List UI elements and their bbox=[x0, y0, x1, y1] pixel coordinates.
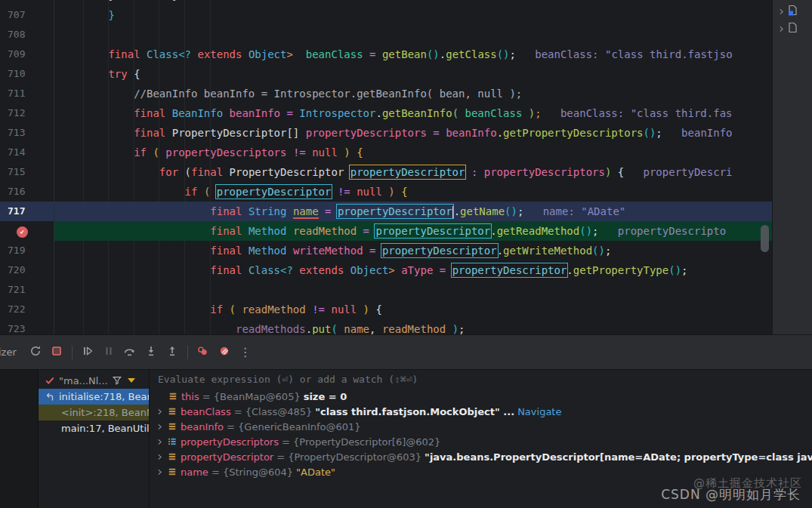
mute-breakpoints-icon bbox=[218, 345, 230, 360]
gutter-line-716[interactable]: 716 bbox=[0, 182, 54, 202]
field-icon bbox=[167, 406, 178, 417]
variable-name: propertyDescriptors bbox=[181, 436, 279, 448]
expand-chevron-icon[interactable] bbox=[156, 438, 164, 446]
variable-value: = {PropertyDescriptor[6]@602} bbox=[282, 436, 440, 448]
variable-value: = {PropertyDescriptor@603} bbox=[276, 451, 421, 463]
file-icon bbox=[788, 22, 798, 36]
code-line-723[interactable]: readMethods.put( name, readMethod ); bbox=[54, 319, 772, 334]
gutter-line[interactable] bbox=[0, 0, 54, 5]
gutter-line-717[interactable]: 717 bbox=[0, 202, 54, 221]
gutter-line-707[interactable]: 707 bbox=[0, 5, 54, 25]
thread-name[interactable]: "ma...Nl... bbox=[59, 375, 108, 386]
collapsed-file-row[interactable] bbox=[773, 20, 812, 38]
frame-row[interactable]: main:17, BeanUtilsD bbox=[39, 420, 149, 436]
gutter-line-715[interactable]: 715 bbox=[0, 162, 54, 182]
more-icon: ⋮ bbox=[239, 345, 252, 359]
stop-icon bbox=[51, 345, 63, 360]
code-line-714[interactable]: if ( propertyDescriptors != null ) { bbox=[54, 143, 772, 162]
thread-dropdown-icon[interactable] bbox=[128, 378, 135, 383]
gutter-line-711[interactable]: 711 bbox=[0, 84, 54, 103]
editor-gutter[interactable]: 707708709710711712713714715716717✔719720… bbox=[0, 0, 54, 334]
breakpoint-icon[interactable]: ✔ bbox=[17, 226, 28, 238]
frame-label: <init>:218, BeanMa bbox=[61, 405, 149, 420]
step-out-icon bbox=[166, 345, 178, 360]
editor-code-area[interactable]: } } } final Class<? extends Object> bean… bbox=[54, 0, 772, 334]
code-line-710[interactable]: try { bbox=[54, 64, 772, 84]
frame-row[interactable]: <init>:218, BeanMa bbox=[39, 405, 149, 420]
expand-chevron-icon[interactable] bbox=[156, 408, 164, 416]
code-line-708[interactable] bbox=[54, 25, 772, 45]
code-line-713[interactable]: final PropertyDescriptor[] propertyDescr… bbox=[54, 123, 772, 143]
step-out-button[interactable] bbox=[162, 343, 182, 362]
code-line-709[interactable]: final Class<? extends Object> beanClass … bbox=[54, 45, 772, 64]
variable-string-value: "ADate" bbox=[296, 466, 335, 478]
resume-button[interactable] bbox=[78, 343, 97, 362]
variable-row[interactable]: beanClass= {Class@485}"class third.fastj… bbox=[150, 404, 812, 419]
code-line-715[interactable]: for (final PropertyDescriptor propertyDe… bbox=[54, 162, 772, 182]
code-line-707[interactable]: } bbox=[54, 5, 772, 25]
variable-row[interactable]: name= {String@604}"ADate" bbox=[150, 464, 812, 479]
code-line[interactable]: } } bbox=[54, 0, 772, 5]
pause-icon bbox=[103, 345, 115, 360]
gutter-line-720[interactable]: 720 bbox=[0, 260, 54, 280]
code-line-716[interactable]: if ( propertyDescriptor != null ) { bbox=[54, 182, 772, 202]
variable-name: propertyDescriptor bbox=[181, 451, 273, 463]
gutter-line-721[interactable]: 721 bbox=[0, 280, 54, 300]
evaluate-row bbox=[150, 370, 812, 389]
frames-panel: "ma...Nl... initialise:718, BeanM<init>:… bbox=[39, 370, 150, 508]
evaluate-expression-input[interactable] bbox=[156, 373, 789, 386]
frame-label: initialise:718, BeanM bbox=[59, 389, 149, 405]
code-line-718[interactable]: final Method readMethod = propertyDescri… bbox=[54, 221, 772, 241]
variable-name: name bbox=[181, 466, 208, 478]
expand-chevron-icon[interactable] bbox=[156, 453, 164, 461]
debug-tab-label: izer bbox=[0, 346, 17, 358]
gutter-line-713[interactable]: 713 bbox=[0, 123, 54, 143]
mute-breakpoints-button[interactable] bbox=[215, 343, 234, 362]
variable-row[interactable]: this= {BeanMap@605}size = 0 bbox=[150, 389, 812, 404]
debug-toolbar-buttons: ⋮ bbox=[26, 343, 255, 362]
code-line-720[interactable]: final Class<? extends Object> aType = pr… bbox=[54, 260, 772, 280]
code-editor[interactable]: 707708709710711712713714715716717✔719720… bbox=[0, 0, 772, 334]
chevron-right-icon[interactable] bbox=[777, 22, 786, 36]
editor-scrollbar-thumb[interactable] bbox=[761, 225, 769, 252]
view-breakpoints-button[interactable] bbox=[193, 343, 213, 362]
frame-row[interactable]: initialise:718, BeanM bbox=[39, 389, 149, 405]
gutter-line-714[interactable]: 714 bbox=[0, 143, 54, 162]
navigate-link[interactable]: Navigate bbox=[517, 406, 561, 417]
code-line-717[interactable]: final String name = propertyDescriptor.g… bbox=[54, 202, 772, 221]
return-frame-icon bbox=[45, 392, 55, 402]
code-line-711[interactable]: //BeanInfo beanInfo = Introspector.getBe… bbox=[54, 84, 772, 103]
gutter-line-722[interactable]: 722 bbox=[0, 300, 54, 319]
variable-row[interactable]: propertyDescriptors= {PropertyDescriptor… bbox=[150, 434, 812, 449]
code-line-721[interactable] bbox=[54, 280, 772, 300]
variable-row[interactable]: propertyDescriptor= {PropertyDescriptor@… bbox=[150, 449, 812, 464]
gutter-line-710[interactable]: 710 bbox=[0, 64, 54, 84]
rerun-button[interactable] bbox=[26, 343, 45, 362]
tool-window-strip bbox=[0, 370, 39, 508]
collapsed-file-row[interactable] bbox=[773, 3, 812, 20]
chevron-right-icon[interactable] bbox=[777, 5, 786, 19]
variable-value: = {String@604} bbox=[211, 466, 293, 478]
step-into-button[interactable] bbox=[141, 343, 161, 362]
thread-check-icon bbox=[45, 375, 55, 386]
gutter-line-718[interactable]: ✔ bbox=[0, 221, 54, 241]
gutter-line-723[interactable]: 723 bbox=[0, 319, 54, 334]
stop-button[interactable] bbox=[47, 343, 66, 362]
variable-row[interactable]: beanInfo= {GenericBeanInfo@601} bbox=[150, 419, 812, 434]
step-over-button[interactable] bbox=[120, 343, 140, 362]
more-button[interactable]: ⋮ bbox=[236, 343, 255, 362]
rerun-icon bbox=[29, 345, 42, 360]
gutter-line-709[interactable]: 709 bbox=[0, 45, 54, 64]
frame-label: main:17, BeanUtilsD bbox=[61, 420, 149, 436]
code-line-719[interactable]: final Method writeMethod = propertyDescr… bbox=[54, 241, 772, 260]
code-line-722[interactable]: if ( readMethod != null ) { bbox=[54, 300, 772, 319]
debug-toolbar: izer ⋮ bbox=[0, 334, 812, 370]
gutter-line-712[interactable]: 712 bbox=[0, 103, 54, 123]
gutter-line-708[interactable]: 708 bbox=[0, 25, 54, 45]
gutter-line-719[interactable]: 719 bbox=[0, 241, 54, 260]
variable-value-preview: "class third.fastjson.MockObject" ... bbox=[315, 406, 514, 417]
code-line-712[interactable]: final BeanInfo beanInfo = Introspector.g… bbox=[54, 103, 772, 123]
filter-icon[interactable] bbox=[112, 375, 122, 386]
expand-chevron-icon[interactable] bbox=[156, 423, 164, 431]
expand-chevron-icon[interactable] bbox=[156, 468, 164, 476]
